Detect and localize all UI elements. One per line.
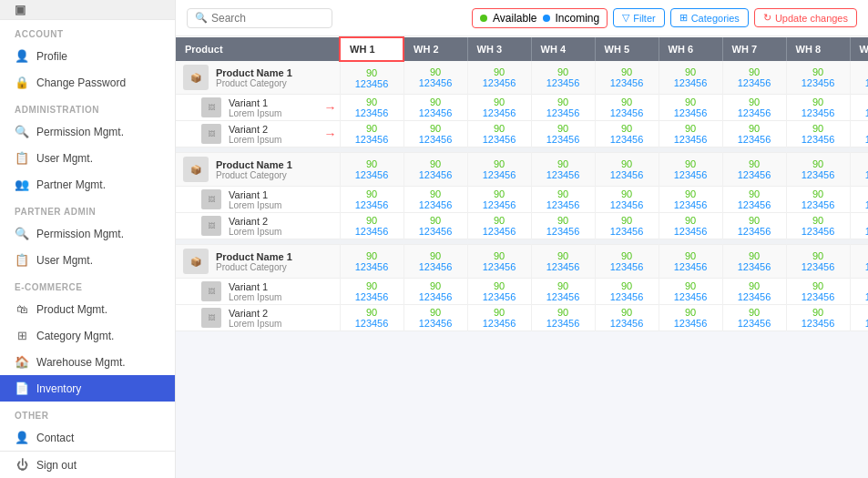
inventory-icon: 📄 bbox=[15, 381, 29, 395]
variant-value-cell: 90123456 bbox=[850, 95, 868, 121]
variant-value-cell: 90123456 bbox=[403, 187, 467, 213]
sidebar-item-user-partner[interactable]: 📋 User Mgmt. bbox=[0, 247, 175, 273]
sidebar-item-permission-admin[interactable]: 🔍 Permission Mgmt. bbox=[0, 118, 175, 145]
variant-value-cell: 90123456 bbox=[403, 121, 467, 147]
sidebar-item-partner-mgmt[interactable]: 👥 Partner Mgmt. bbox=[0, 171, 175, 198]
variant-value-cell: 90123456 bbox=[467, 279, 531, 305]
product-value-cell: 90123456 bbox=[467, 153, 531, 187]
variant-value-cell: 90123456 bbox=[659, 305, 722, 331]
sidebar-bottom: ⏻ Sign out bbox=[0, 451, 175, 478]
variant-sub: Lorem Ipsum bbox=[229, 200, 281, 210]
available-dot bbox=[480, 15, 487, 22]
sidebar-item-inventory[interactable]: 📄 Inventory bbox=[0, 375, 175, 402]
search-input[interactable] bbox=[211, 12, 321, 25]
filter-button[interactable]: ▽ Filter bbox=[613, 8, 664, 27]
variant-sub: Lorem Ipsum bbox=[229, 292, 281, 302]
sidebar-label-user-admin: User Mgmt. bbox=[36, 152, 93, 165]
variant-value-cell: 90123456 bbox=[403, 305, 467, 331]
variant-value-cell: 90123456 bbox=[786, 121, 850, 147]
update-changes-button[interactable]: ↻ Update changes bbox=[754, 8, 857, 27]
variant-value-cell: 90123456 bbox=[467, 95, 531, 121]
variant-value-cell: 90123456 bbox=[531, 213, 595, 239]
variant-value-cell: 90123456 bbox=[786, 279, 850, 305]
logo-text: ▣ bbox=[15, 3, 26, 16]
sidebar-item-warehouse-mgmt[interactable]: 🏠 Warehouse Mgmt. bbox=[0, 349, 175, 375]
product-category: Product Category bbox=[216, 170, 292, 180]
product-thumbnail: 📦 bbox=[183, 157, 209, 182]
sidebar-label-category-mgmt: Category Mgmt. bbox=[36, 330, 114, 342]
product-cell: 📦 Product Name 1 Product Category bbox=[176, 61, 340, 95]
variant-value-cell: 90123456 bbox=[595, 187, 659, 213]
variant-value-cell: 90123456 bbox=[531, 95, 595, 121]
legend-available-label: Available bbox=[493, 12, 536, 25]
product-value-cell: 90123456 bbox=[786, 153, 850, 187]
search2-icon: 🔍 bbox=[15, 227, 29, 240]
col-wh2: WH 2 bbox=[403, 37, 467, 61]
product-value-cell: 90123456 bbox=[850, 153, 868, 187]
variant-value-cell: 90123456 bbox=[850, 187, 868, 213]
variant-value-cell: 90123456 bbox=[467, 121, 531, 147]
variant-name: Variant 1 bbox=[229, 281, 281, 292]
variant-value-cell: 90123456 bbox=[467, 305, 531, 331]
sidebar-label-partner-mgmt: Partner Mgmt. bbox=[36, 178, 106, 191]
variant-value-cell: 90123456 bbox=[659, 187, 722, 213]
sidebar-item-user-admin[interactable]: 📋 User Mgmt. bbox=[0, 145, 175, 171]
sidebar-label-user-partner: User Mgmt. bbox=[36, 254, 93, 267]
shop-icon: 🛍 bbox=[15, 302, 29, 316]
variant-value-cell: 90123456 bbox=[340, 305, 403, 331]
product-value-cell: 90123456 bbox=[722, 61, 786, 95]
sidebar-item-sign-out[interactable]: ⏻ Sign out bbox=[0, 452, 175, 478]
section-account: ACCOUNT bbox=[0, 20, 175, 43]
sidebar-item-product-mgmt[interactable]: 🛍 Product Mgmt. bbox=[0, 296, 175, 322]
table-row: 🖼 Variant 1 Lorem Ipsum 9012345690123456… bbox=[176, 279, 868, 305]
toolbar-right: Available Incoming ▽ Filter ⊞ Categories… bbox=[472, 8, 857, 28]
table-row: 🖼 Variant 2 Lorem Ipsum 9012345690123456… bbox=[176, 305, 868, 331]
variant-value-cell: 90123456 bbox=[722, 213, 786, 239]
product-value-cell: 90123456 bbox=[340, 245, 403, 279]
product-value-cell: 90123456 bbox=[722, 245, 786, 279]
product-value-cell: 90123456 bbox=[340, 153, 403, 187]
variant-sub: Lorem Ipsum bbox=[229, 227, 281, 237]
variant-value-cell: 90123456 bbox=[595, 279, 659, 305]
variant-value-cell: 90123456 bbox=[467, 213, 531, 239]
table-row: 📦 Product Name 1 Product Category 901234… bbox=[176, 153, 868, 187]
sidebar-item-contact[interactable]: 👤 Contact bbox=[0, 424, 175, 451]
product-value-cell: 90123456 bbox=[722, 153, 786, 187]
product-category: Product Category bbox=[216, 262, 292, 272]
sidebar-item-category-mgmt[interactable]: ⊞ Category Mgmt. bbox=[0, 322, 175, 349]
categories-button[interactable]: ⊞ Categories bbox=[670, 8, 749, 27]
table-row: 🖼 Variant 1 Lorem Ipsum 9012345690123456… bbox=[176, 187, 868, 213]
contact-icon: 👤 bbox=[15, 431, 29, 444]
variant-value-cell: 90123456 bbox=[850, 279, 868, 305]
product-thumbnail: 📦 bbox=[183, 65, 209, 90]
product-value-cell: 90123456 bbox=[850, 245, 868, 279]
variant-value-cell: 90123456 bbox=[595, 95, 659, 121]
product-thumbnail: 📦 bbox=[183, 249, 209, 274]
variant-value-cell: 90123456 bbox=[340, 279, 403, 305]
search-box[interactable]: 🔍 bbox=[187, 8, 332, 28]
toolbar: 🔍 Available Incoming ▽ Filter ⊞ Categori… bbox=[176, 0, 868, 36]
list-icon: 📋 bbox=[15, 151, 29, 165]
sidebar-label-sign-out: Sign out bbox=[36, 459, 77, 472]
sidebar-label-product-mgmt: Product Mgmt. bbox=[36, 303, 107, 316]
red-arrow-icon: → bbox=[324, 100, 337, 115]
variant-sub: Lorem Ipsum bbox=[229, 108, 281, 118]
product-value-cell: 90123456 bbox=[467, 61, 531, 95]
col-wh3: WH 3 bbox=[467, 37, 531, 61]
power-icon: ⏻ bbox=[15, 458, 29, 472]
variant-value-cell: 90123456 bbox=[340, 213, 403, 239]
table-header-row: Product WH 1 WH 2 WH 3 WH 4 WH 5 WH 6 WH… bbox=[176, 37, 868, 61]
table-row: 🖼 Variant 1 Lorem Ipsum →901234569012345… bbox=[176, 95, 868, 121]
variant-value-cell: 90123456 bbox=[531, 121, 595, 147]
variant-cell: 🖼 Variant 1 Lorem Ipsum bbox=[176, 279, 340, 305]
product-value-cell: 90123456 bbox=[340, 61, 403, 95]
variant-value-cell: 90123456 bbox=[403, 95, 467, 121]
sidebar-label-permission-partner: Permission Mgmt. bbox=[36, 228, 124, 240]
sidebar-item-change-password[interactable]: 🔒 Change Password bbox=[0, 69, 175, 96]
sidebar-label-permission-admin: Permission Mgmt. bbox=[36, 126, 124, 138]
sidebar: ▣ ACCOUNT 👤 Profile 🔒 Change Password AD… bbox=[0, 0, 176, 478]
section-other: OTHER bbox=[0, 402, 175, 424]
variant-value-cell: 90123456 bbox=[467, 187, 531, 213]
sidebar-item-permission-partner[interactable]: 🔍 Permission Mgmt. bbox=[0, 220, 175, 247]
sidebar-item-profile[interactable]: 👤 Profile bbox=[0, 43, 175, 69]
